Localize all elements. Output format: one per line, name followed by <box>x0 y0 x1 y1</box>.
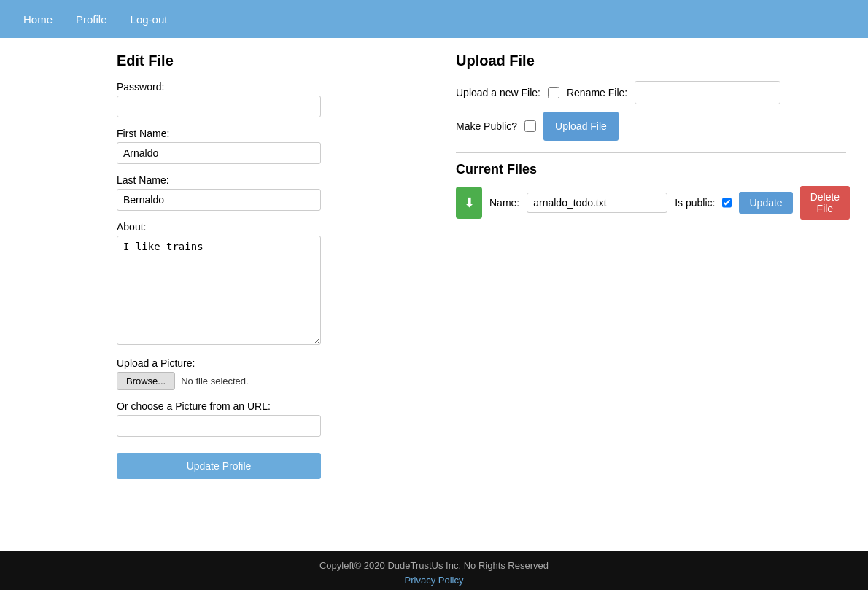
upload-new-checkbox[interactable] <box>548 87 559 98</box>
upload-picture-group: Upload a Picture: Browse... No file sele… <box>117 357 412 390</box>
last-name-input[interactable] <box>117 189 321 211</box>
is-public-label: Is public: <box>675 197 715 209</box>
last-name-label: Last Name: <box>117 174 412 186</box>
password-group: Password: <box>117 81 412 117</box>
upload-file-button[interactable]: Upload File <box>543 112 619 141</box>
rename-label: Rename File: <box>567 87 627 98</box>
current-files-section: Current Files ⬇ Name: Is public: Update … <box>456 162 846 220</box>
upload-new-label: Upload a new File: <box>456 87 540 98</box>
upload-picture-label: Upload a Picture: <box>117 357 412 369</box>
url-input[interactable] <box>117 415 321 437</box>
update-profile-button[interactable]: Update Profile <box>117 453 321 479</box>
no-file-text: No file selected. <box>181 376 249 387</box>
download-icon: ⬇ <box>464 195 475 211</box>
left-panel: Edit File Password: First Name: Last Nam… <box>0 53 434 537</box>
password-input[interactable] <box>117 96 321 117</box>
nav-logout[interactable]: Log-out <box>119 3 179 36</box>
copyright-text: Copyleft© 2020 DudeTrustUs Inc. No Right… <box>0 560 868 571</box>
file-row: ⬇ Name: Is public: Update Delete File <box>456 186 846 220</box>
make-public-checkbox[interactable] <box>524 120 536 132</box>
current-files-title: Current Files <box>456 162 846 177</box>
divider <box>456 152 846 153</box>
last-name-group: Last Name: <box>117 174 412 211</box>
main-content: Edit File Password: First Name: Last Nam… <box>0 38 868 551</box>
upload-row: Upload a new File: Rename File: Make Pub… <box>456 81 846 141</box>
first-name-label: First Name: <box>117 128 412 139</box>
file-icon: ⬇ <box>456 187 482 219</box>
privacy-policy-link[interactable]: Privacy Policy <box>405 575 464 586</box>
file-input-row: Browse... No file selected. <box>117 372 412 390</box>
first-name-group: First Name: <box>117 128 412 164</box>
footer: Copyleft© 2020 DudeTrustUs Inc. No Right… <box>0 551 868 590</box>
right-panel: Upload File Upload a new File: Rename Fi… <box>434 53 868 537</box>
password-label: Password: <box>117 81 412 93</box>
url-label: Or choose a Picture from an URL: <box>117 400 412 412</box>
update-button[interactable]: Update <box>739 192 792 214</box>
upload-title: Upload File <box>456 53 846 69</box>
about-label: About: <box>117 221 412 233</box>
make-public-label: Make Public? <box>456 120 517 132</box>
nav-home[interactable]: Home <box>12 3 64 36</box>
delete-file-button[interactable]: Delete File <box>800 186 850 220</box>
about-group: About: I like trains <box>117 221 412 347</box>
browse-button[interactable]: Browse... <box>117 372 175 390</box>
upload-section: Upload File Upload a new File: Rename Fi… <box>456 53 846 141</box>
file-name-input[interactable] <box>527 193 667 213</box>
is-public-checkbox[interactable] <box>722 197 732 209</box>
navbar: Home Profile Log-out <box>0 0 868 38</box>
rename-input[interactable] <box>635 81 780 104</box>
file-name-label: Name: <box>489 197 519 209</box>
nav-profile[interactable]: Profile <box>64 3 119 36</box>
about-textarea[interactable]: I like trains <box>117 236 321 345</box>
edit-file-title: Edit File <box>117 53 412 69</box>
first-name-input[interactable] <box>117 142 321 164</box>
url-group: Or choose a Picture from an URL: <box>117 400 412 437</box>
